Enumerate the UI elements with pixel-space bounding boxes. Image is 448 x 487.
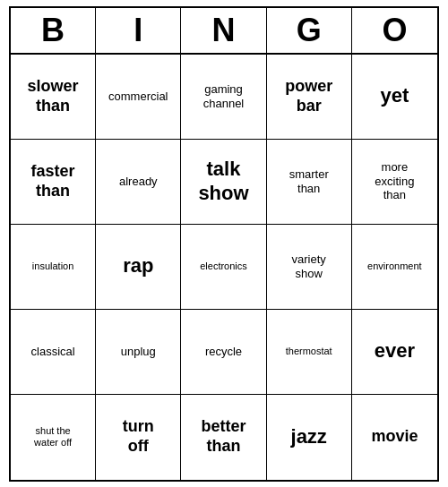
bingo-cell: commercial xyxy=(96,55,181,140)
cell-text: ever xyxy=(375,339,415,363)
cell-text: gaming channel xyxy=(203,82,245,110)
bingo-cell: gaming channel xyxy=(181,55,266,140)
bingo-cell: already xyxy=(96,140,181,225)
bingo-cell: better than xyxy=(181,395,266,480)
bingo-cell: unplug xyxy=(96,310,181,395)
bingo-cell: faster than xyxy=(11,140,96,225)
bingo-cell: more exciting than xyxy=(352,140,437,225)
cell-text: smarter than xyxy=(289,167,329,195)
bingo-grid: slower thancommercialgaming channelpower… xyxy=(11,55,437,480)
cell-text: yet xyxy=(380,84,409,107)
cell-text: commercial xyxy=(108,90,168,104)
cell-text: rap xyxy=(123,254,153,278)
bingo-cell: power bar xyxy=(267,55,352,140)
bingo-cell: slower than xyxy=(11,55,96,140)
header-letter: N xyxy=(181,8,266,53)
cell-text: recycle xyxy=(205,345,242,359)
cell-text: turn off xyxy=(123,417,154,456)
header-letter: B xyxy=(11,8,96,53)
cell-text: variety show xyxy=(292,252,326,280)
bingo-cell: yet xyxy=(352,55,437,140)
header-letter: I xyxy=(96,8,181,53)
bingo-cell: classical xyxy=(11,310,96,395)
cell-text: insulation xyxy=(32,261,73,272)
bingo-cell: environment xyxy=(352,225,437,310)
cell-text: already xyxy=(119,175,158,189)
bingo-cell: recycle xyxy=(181,310,266,395)
bingo-cell: talk show xyxy=(181,140,266,225)
bingo-cell: electronics xyxy=(181,225,266,310)
cell-text: slower than xyxy=(28,77,79,115)
header-letter: O xyxy=(352,8,437,53)
cell-text: talk show xyxy=(198,158,248,205)
cell-text: thermostat xyxy=(286,346,332,357)
bingo-cell: movie xyxy=(352,395,437,480)
bingo-cell: insulation xyxy=(11,225,96,310)
bingo-cell: thermostat xyxy=(267,310,352,395)
cell-text: faster than xyxy=(31,162,75,201)
cell-text: jazz xyxy=(291,425,327,449)
bingo-cell: turn off xyxy=(96,395,181,480)
bingo-cell: shut the water off xyxy=(11,395,96,480)
cell-text: shut the water off xyxy=(34,425,72,449)
header-letter: G xyxy=(267,8,352,53)
bingo-card: BINGO slower thancommercialgaming channe… xyxy=(9,6,439,482)
cell-text: movie xyxy=(371,427,418,447)
cell-text: more exciting than xyxy=(375,160,414,202)
bingo-cell: jazz xyxy=(267,395,352,480)
bingo-cell: ever xyxy=(352,310,437,395)
cell-text: classical xyxy=(31,345,75,359)
cell-text: power bar xyxy=(285,77,332,115)
cell-text: unplug xyxy=(121,345,156,359)
cell-text: electronics xyxy=(200,261,247,272)
bingo-cell: smarter than xyxy=(267,140,352,225)
bingo-cell: rap xyxy=(96,225,181,310)
bingo-header: BINGO xyxy=(11,8,437,55)
bingo-cell: variety show xyxy=(267,225,352,310)
cell-text: better than xyxy=(201,417,246,456)
cell-text: environment xyxy=(367,261,422,272)
